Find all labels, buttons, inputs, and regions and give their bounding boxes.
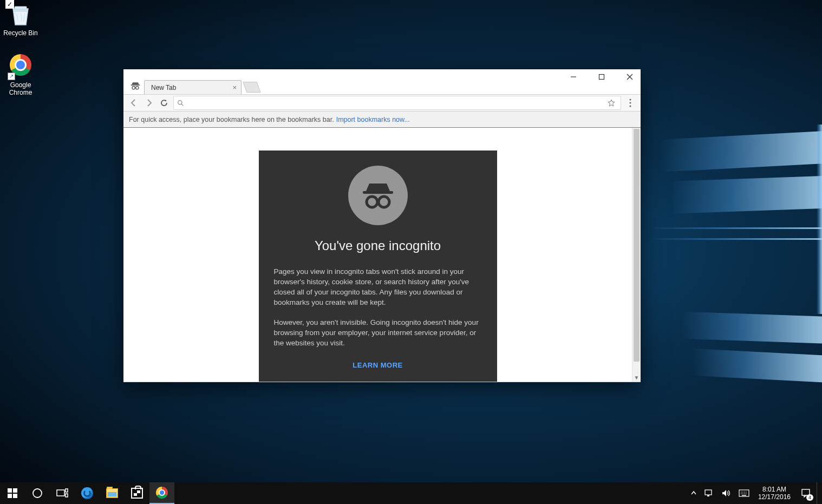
svg-point-6 [132, 87, 135, 89]
chrome-window: New Tab × For quick access, place y [123, 69, 641, 382]
svg-rect-26 [707, 495, 709, 496]
incognito-indicator-icon [129, 79, 142, 92]
desktop-icon-google-chrome[interactable]: ↗ Google Chrome [0, 52, 41, 96]
incognito-hero-icon [348, 166, 408, 225]
chrome-icon [156, 487, 168, 499]
tray-overflow-button[interactable] [688, 482, 700, 504]
import-bookmarks-link[interactable]: Import bookmarks now... [336, 116, 410, 123]
svg-rect-20 [13, 494, 17, 498]
svg-point-7 [136, 87, 139, 89]
tray-network-icon[interactable] [701, 482, 717, 504]
clock-time: 8:01 AM [758, 486, 791, 493]
new-tab-button[interactable] [243, 82, 260, 93]
window-close-button[interactable] [622, 71, 637, 82]
task-view-button[interactable] [50, 482, 75, 504]
browser-tab[interactable]: New Tab × [144, 80, 242, 94]
taskbar-app-edge[interactable] [75, 482, 100, 504]
svg-point-16 [379, 197, 389, 207]
svg-point-13 [629, 105, 631, 107]
window-minimize-button[interactable] [566, 71, 581, 82]
tab-title: New Tab [151, 84, 176, 91]
action-center-button[interactable]: 4 [796, 482, 816, 504]
svg-rect-19 [8, 494, 12, 498]
svg-rect-18 [13, 488, 17, 493]
window-maximize-button[interactable] [594, 71, 609, 82]
clock-date: 12/17/2016 [758, 493, 791, 501]
address-bar[interactable] [173, 96, 621, 110]
bookmarks-hint-text: For quick access, place your bookmarks h… [129, 116, 334, 123]
svg-rect-5 [131, 84, 140, 86]
svg-rect-24 [66, 494, 68, 497]
incognito-paragraph-1: Pages you view in incognito tabs won't s… [274, 266, 482, 307]
bookmarks-bar: For quick access, place your bookmarks h… [123, 112, 641, 128]
vertical-scrollbar[interactable]: ▲ ▼ [632, 128, 641, 382]
scroll-down-arrow-icon[interactable]: ▼ [632, 373, 641, 382]
svg-rect-25 [705, 490, 712, 495]
incognito-paragraph-2: However, you aren't invisible. Going inc… [274, 317, 482, 348]
start-button[interactable] [0, 482, 25, 504]
file-explorer-icon [106, 488, 118, 498]
svg-rect-14 [363, 191, 393, 194]
cortana-button[interactable] [25, 482, 50, 504]
taskbar: 8:01 AM 12/17/2016 4 [0, 482, 822, 504]
search-icon [177, 100, 184, 107]
shortcut-arrow-icon: ↗ [8, 73, 15, 80]
svg-point-21 [33, 489, 42, 498]
notification-count-badge: 4 [806, 494, 813, 501]
svg-rect-0 [15, 6, 27, 9]
scrollbar-thumb[interactable] [634, 129, 640, 362]
recycle-bin-icon: ✓ [8, 2, 34, 28]
svg-point-15 [367, 197, 377, 207]
svg-rect-22 [57, 490, 64, 496]
svg-point-11 [629, 99, 631, 100]
desktop-icon-recycle-bin[interactable]: ✓ Recycle Bin [0, 2, 41, 37]
chrome-icon: ↗ [8, 54, 34, 80]
selection-check-icon: ✓ [5, 0, 14, 9]
tray-volume-icon[interactable] [718, 482, 734, 504]
svg-rect-2 [599, 75, 604, 80]
browser-content: You've gone incognito Pages you view in … [123, 128, 641, 382]
incognito-title: You've gone incognito [274, 238, 482, 253]
svg-point-9 [178, 100, 182, 104]
bookmark-star-button[interactable] [605, 97, 617, 109]
desktop-icon-label: Recycle Bin [0, 29, 41, 37]
reload-button[interactable] [158, 97, 170, 109]
taskbar-app-explorer[interactable] [100, 482, 125, 504]
svg-point-12 [629, 102, 631, 103]
incognito-card: You've gone incognito Pages you view in … [259, 150, 497, 382]
desktop-icon-label: Google Chrome [0, 81, 41, 96]
forward-button[interactable] [143, 97, 155, 109]
svg-line-10 [181, 104, 183, 106]
edge-icon [81, 487, 93, 499]
system-tray: 8:01 AM 12/17/2016 4 [688, 482, 822, 504]
show-desktop-button[interactable] [817, 482, 820, 504]
tab-close-button[interactable]: × [232, 83, 237, 91]
svg-rect-17 [8, 488, 12, 493]
taskbar-clock[interactable]: 8:01 AM 12/17/2016 [754, 486, 795, 501]
browser-toolbar [123, 94, 641, 112]
svg-rect-23 [66, 489, 68, 492]
tray-keyboard-icon[interactable] [735, 482, 753, 504]
desktop-light-effect [616, 0, 822, 466]
windows-store-icon [131, 488, 143, 499]
omnibox-input[interactable] [187, 97, 602, 109]
tab-strip: New Tab × [123, 79, 641, 94]
taskbar-app-chrome[interactable] [149, 482, 174, 504]
back-button[interactable] [128, 97, 140, 109]
chrome-menu-button[interactable] [624, 97, 636, 109]
taskbar-app-store[interactable] [125, 482, 149, 504]
learn-more-link[interactable]: LEARN MORE [353, 361, 402, 369]
